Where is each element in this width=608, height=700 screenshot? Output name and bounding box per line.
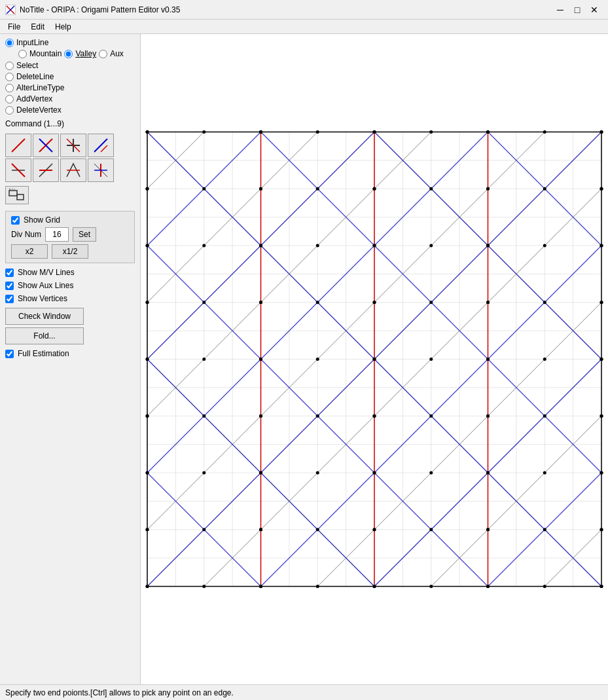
svg-line-3 [12,139,25,152]
deleteline-radio-row[interactable]: DeleteLine [5,72,135,81]
full-estimation-label: Full Estimation [18,349,69,358]
show-vertices-label: Show Vertices [18,294,67,303]
left-panel: InputLine Mountain Valley Aux Select Del… [0,34,141,684]
alterlinetype-label: AlterLineType [16,83,64,92]
set-button[interactable]: Set [73,227,96,242]
maximize-button[interactable]: □ [569,3,586,16]
show-mv-lines-label: Show M/V Lines [18,268,75,277]
show-grid-row: Show Grid [11,215,129,225]
grid-section: Show Grid Div Num Set x2 x1/2 [5,211,135,263]
show-aux-lines-row: Show Aux Lines [5,281,135,290]
addvertex-radio-row[interactable]: AddVertex [5,94,135,103]
alterlinetype-radio-row[interactable]: AlterLineType [5,83,135,92]
cmd-btn-5[interactable] [5,158,31,182]
addvertex-radio[interactable] [5,95,14,103]
statusbar: Specify two end poionts.[Ctrl] allows to… [0,684,608,700]
action-buttons: Check Window Fold... [5,308,135,344]
fold-button[interactable]: Fold... [5,327,84,344]
command-grid [5,134,135,182]
check-window-button[interactable]: Check Window [5,308,84,325]
inputline-radio-row[interactable]: InputLine [5,38,135,47]
svg-line-10 [101,145,107,152]
div-num-label: Div Num [11,230,41,239]
select-radio-row[interactable]: Select [5,61,135,70]
show-aux-lines-label: Show Aux Lines [18,281,73,290]
div-num-row: Div Num Set [11,227,129,242]
icon-row: L-□ [5,186,135,204]
cmd-btn-4[interactable] [88,134,114,157]
origami-canvas[interactable] [141,34,608,684]
deleteline-label: DeleteLine [16,72,54,81]
svg-rect-20 [17,194,24,200]
aux-label: Aux [110,49,124,58]
menu-file[interactable]: File [3,21,26,33]
full-estimation-checkbox[interactable] [5,350,14,358]
extra-icon-btn-1[interactable]: L-□ [5,186,29,204]
menu-edit[interactable]: Edit [26,21,50,33]
cmd-btn-3[interactable] [60,134,86,157]
commands-label: Command (1...9) [5,119,135,128]
canvas-area[interactable] [141,34,608,684]
close-button[interactable]: ✕ [586,3,603,16]
deleteline-radio[interactable] [5,73,14,81]
show-vertices-checkbox[interactable] [5,295,14,303]
show-mv-lines-row: Show M/V Lines [5,268,135,277]
mountain-label: Mountain [29,49,62,58]
cmd-btn-1[interactable] [5,134,31,157]
main-area: InputLine Mountain Valley Aux Select Del… [0,34,608,684]
x1_2-button[interactable]: x1/2 [52,244,88,259]
select-label: Select [16,61,38,70]
app-title: NoTitle - ORIPA : Origami Pattern Editor… [20,5,552,14]
addvertex-label: AddVertex [16,94,52,103]
alterlinetype-radio[interactable] [5,84,14,92]
inputline-label: InputLine [16,38,48,47]
show-vertices-row: Show Vertices [5,294,135,303]
cmd-btn-6[interactable] [33,158,59,182]
mountain-radio[interactable] [18,50,27,58]
valley-radio[interactable] [64,50,73,58]
div-num-input[interactable] [45,227,69,242]
menubar: File Edit Help [0,20,608,34]
deletevertex-radio[interactable] [5,106,14,115]
deletevertex-label: DeleteVertex [16,105,62,115]
show-grid-label: Show Grid [24,215,60,225]
titlebar: NoTitle - ORIPA : Origami Pattern Editor… [0,0,608,20]
show-grid-checkbox[interactable] [11,216,20,225]
show-aux-lines-checkbox[interactable] [5,282,14,290]
menu-help[interactable]: Help [50,21,77,33]
scale-btn-row: x2 x1/2 [11,244,129,259]
select-radio[interactable] [5,62,14,70]
cmd-btn-8[interactable] [88,158,114,182]
valley-label: Valley [75,49,96,58]
minimize-button[interactable]: ─ [552,3,569,16]
app-icon [5,5,16,15]
inputline-radio[interactable] [5,39,14,47]
full-estimation-row: Full Estimation [5,349,135,358]
aux-radio[interactable] [99,50,107,58]
status-text: Specify two end poionts.[Ctrl] allows to… [5,688,234,697]
deletevertex-radio-row[interactable]: DeleteVertex [5,105,135,115]
x2-button[interactable]: x2 [11,244,48,259]
cmd-btn-2[interactable] [33,134,59,157]
svg-line-9 [94,139,107,152]
cmd-btn-7[interactable] [60,158,86,182]
svg-text:L-□: L-□ [9,188,15,191]
svg-rect-19 [9,191,17,196]
show-mv-lines-checkbox[interactable] [5,268,14,277]
